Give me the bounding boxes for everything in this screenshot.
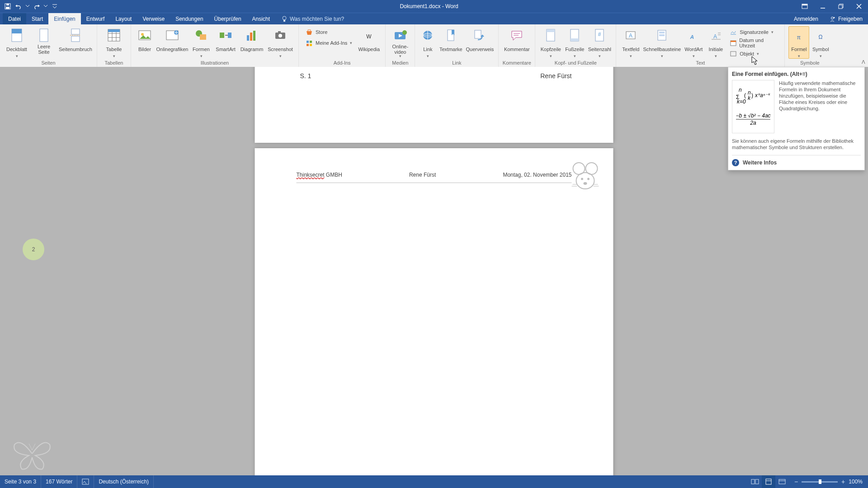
svg-text:W: W (367, 33, 372, 40)
minimize-icon[interactable] (814, 0, 832, 13)
window-title: Dokument1.docx - Word (62, 3, 796, 9)
tab-home[interactable]: Start (26, 13, 48, 24)
help-icon: ? (732, 159, 739, 166)
online-pictures-button[interactable]: Onlinegrafiken (156, 26, 189, 55)
undo-icon[interactable] (14, 2, 23, 10)
tooltip-title: Eine Formel einfügen. (Alt+=) (732, 71, 861, 77)
svg-text:xᵏaⁿ⁻ᵏ: xᵏaⁿ⁻ᵏ (755, 92, 771, 99)
page-number-button[interactable]: # Seitenzahl▾ (587, 26, 612, 59)
footer-button[interactable]: Fußzeile▾ (563, 26, 586, 59)
quick-parts-icon (654, 28, 670, 43)
comment-button[interactable]: Kommentar (502, 26, 531, 55)
status-language[interactable]: Deutsch (Österreich) (94, 475, 154, 488)
zoom-slider[interactable] (802, 479, 838, 484)
svg-point-8 (283, 16, 286, 20)
tracking-marker: 2 (23, 239, 44, 260)
group-label: Seiten (4, 59, 93, 67)
blank-page-icon (36, 28, 52, 43)
table-button[interactable]: Tabelle▾ (101, 26, 127, 59)
chart-button[interactable]: Diagramm (239, 26, 265, 55)
signature-line-button[interactable]: Signaturzeile▾ (726, 27, 781, 37)
tooltip-more-info[interactable]: ? Weitere Infos (732, 155, 861, 166)
group-addins: Store Meine Add-Ins ▾ W Wikipedia Add-In… (299, 24, 386, 67)
shapes-button[interactable]: Formen▾ (190, 26, 212, 59)
tab-review[interactable]: Überprüfen (209, 13, 247, 24)
page-header: Thinksecret GMBH Rene Fürst Montag, 02. … (297, 172, 572, 178)
view-web-layout[interactable] (775, 475, 789, 488)
screenshot-button[interactable]: Screenshot▾ (266, 26, 295, 59)
close-icon[interactable] (850, 0, 868, 13)
link-icon (420, 28, 435, 43)
chevron-down-icon[interactable] (25, 2, 30, 10)
share-icon (829, 16, 835, 22)
share-button[interactable]: Freigeben (824, 13, 868, 24)
svg-point-76 (581, 178, 583, 180)
status-words[interactable]: 167 Wörter (41, 475, 77, 488)
tell-me-search[interactable]: Was möchten Sie tun? (275, 13, 344, 24)
svg-point-36 (278, 34, 282, 38)
page-break-button[interactable]: Seitenumbruch (58, 26, 93, 55)
group-tables: Tabelle▾ Tabellen (97, 24, 131, 67)
symbol-button[interactable]: Ω Symbol▾ (810, 26, 831, 59)
smartart-icon (218, 28, 233, 43)
svg-rect-29 (200, 34, 206, 40)
zoom-in-button[interactable]: + (841, 478, 845, 485)
status-proofing-icon[interactable] (77, 475, 94, 488)
group-symbols: π Formel▾ Ω Symbol▾ Symbole (785, 24, 835, 67)
smartart-button[interactable]: SmartArt (213, 26, 238, 55)
collapse-ribbon-icon[interactable]: ᐱ (862, 59, 865, 65)
zoom-value[interactable]: 100% (849, 479, 863, 485)
tab-view[interactable]: Ansicht (247, 13, 275, 24)
redo-icon[interactable] (33, 2, 41, 10)
header-button[interactable]: Kopfzeile▾ (539, 26, 562, 59)
group-comments: Kommentar Kommentare (499, 24, 535, 67)
wikipedia-button[interactable]: W Wikipedia (356, 26, 382, 55)
save-icon[interactable] (4, 2, 12, 10)
equation-button[interactable]: π Formel▾ (788, 26, 809, 59)
chevron-down-icon[interactable] (43, 2, 48, 10)
tab-mailings[interactable]: Sendungen (170, 13, 208, 24)
pictures-button[interactable]: Bilder (135, 26, 155, 55)
group-text: A Textfeld▾ Schnellbausteine▾ A WordArt▾… (616, 24, 785, 67)
author-footer: Rene Fürst (540, 72, 571, 80)
document-page-1: Quelle: Mond - https://de.wikipedia.org … (255, 67, 613, 143)
view-print-layout[interactable] (762, 475, 775, 488)
company-underlined: Thinksecret (297, 172, 325, 178)
document-page-2: Thinksecret GMBH Rene Fürst Montag, 02. … (255, 148, 613, 475)
online-pictures-icon (165, 28, 180, 43)
textbox-button[interactable]: A Textfeld▾ (620, 26, 642, 59)
svg-text:π: π (797, 34, 801, 41)
tab-design[interactable]: Entwurf (81, 13, 110, 24)
tab-insert[interactable]: Einfügen (48, 13, 80, 24)
svg-rect-1 (6, 4, 9, 5)
svg-rect-60 (659, 32, 665, 33)
status-page[interactable]: Seite 3 von 3 (0, 475, 41, 488)
qat-customize-icon[interactable] (51, 2, 59, 10)
online-video-button[interactable]: Online-video▾ (389, 26, 411, 59)
sign-in-button[interactable]: Anmelden (788, 13, 824, 24)
link-button[interactable]: Link▾ (419, 26, 437, 59)
tab-references[interactable]: Verweise (137, 13, 170, 24)
zoom-out-button[interactable]: − (794, 478, 798, 485)
quick-parts-button[interactable]: Schnellbausteine▾ (642, 26, 681, 59)
dropcap-button[interactable]: A Initiale▾ (706, 26, 726, 59)
cross-ref-button[interactable]: Querverweis (465, 26, 495, 55)
cover-page-button[interactable]: Deckblatt▾ (4, 26, 30, 59)
restore-icon[interactable] (832, 0, 850, 13)
wordart-button[interactable]: A WordArt▾ (682, 26, 705, 59)
tab-layout[interactable]: Layout (110, 13, 137, 24)
store-button[interactable]: Store (302, 27, 355, 37)
tab-file[interactable]: Datei (3, 13, 26, 24)
textbox-icon: A (623, 28, 638, 43)
group-label: Medien (389, 59, 411, 67)
svg-rect-92 (82, 479, 89, 484)
date-time-button[interactable]: Datum und Uhrzeit (726, 38, 781, 48)
status-bar: Seite 3 von 3 167 Wörter Deutsch (Österr… (0, 475, 868, 488)
svg-point-75 (576, 173, 594, 189)
bookmark-button[interactable]: Textmarke (438, 26, 464, 55)
ribbon-display-options-icon[interactable] (796, 0, 814, 13)
blank-page-button[interactable]: Leere Seite (31, 26, 57, 55)
view-read-mode[interactable] (748, 475, 762, 488)
svg-rect-34 (253, 31, 255, 41)
my-addins-button[interactable]: Meine Add-Ins ▾ (302, 38, 355, 48)
